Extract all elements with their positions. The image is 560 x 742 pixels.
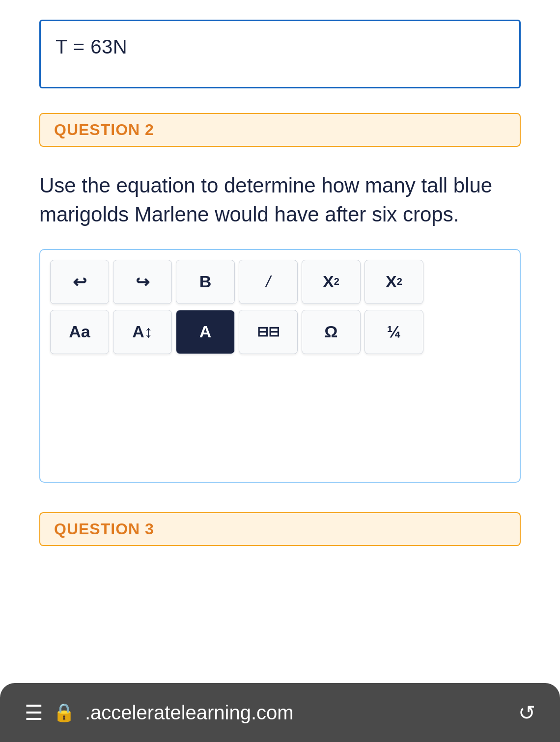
editor-toolbar: ↩ ↪ B / X2 X2 Aa A↕ A ⊟⊟ Ω ¼ [50,260,510,354]
font-resize-button[interactable]: A↕ [113,310,172,354]
answer-input-box[interactable]: T = 63N [39,20,521,88]
question2-badge-label: QUESTION 2 [54,121,154,138]
editor-container[interactable]: ↩ ↪ B / X2 X2 Aa A↕ A ⊟⊟ Ω ¼ [39,249,521,483]
italic-button[interactable]: / [239,260,298,304]
browser-refresh-icon[interactable]: ↺ [518,701,535,725]
question3-badge: QUESTION 3 [39,512,521,546]
question3-badge-label: QUESTION 3 [54,520,154,538]
toolbar-row-2: Aa A↕ A ⊟⊟ Ω ¼ [50,310,510,354]
superscript-button[interactable]: X2 [302,260,361,304]
subscript-button[interactable]: X2 [364,260,423,304]
browser-bar: ☰ 🔒 .acceleratelearning.com ↺ [0,683,560,742]
toolbar-row-1: ↩ ↪ B / X2 X2 [50,260,510,304]
redo-button[interactable]: ↪ [113,260,172,304]
font-size-button[interactable]: Aa [50,310,109,354]
browser-lock-icon: 🔒 [53,702,75,723]
question2-text: Use the equation to determine how many t… [39,171,521,229]
question2-badge: QUESTION 2 [39,113,521,147]
bold-button[interactable]: B [176,260,235,304]
omega-button[interactable]: Ω [302,310,361,354]
editor-content-area[interactable] [50,364,510,472]
answer-text: T = 63N [56,36,127,57]
undo-button[interactable]: ↩ [50,260,109,304]
font-color-button[interactable]: A [176,310,235,354]
table-button[interactable]: ⊟⊟ [239,310,298,354]
browser-url[interactable]: .acceleratelearning.com [85,702,508,724]
fraction-button[interactable]: ¼ [364,310,423,354]
page-container: T = 63N QUESTION 2 Use the equation to d… [0,0,560,742]
browser-menu-icon: ☰ [25,701,43,725]
